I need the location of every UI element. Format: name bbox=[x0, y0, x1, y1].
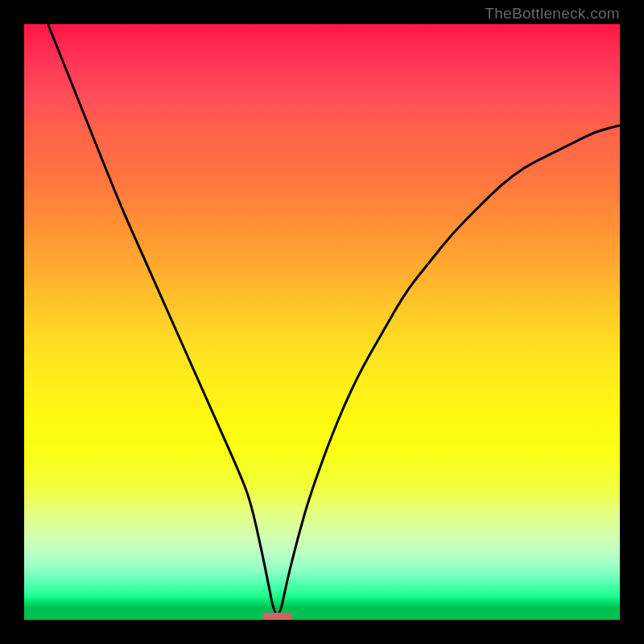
watermark-text: TheBottleneck.com bbox=[485, 5, 620, 23]
optimal-marker bbox=[262, 613, 292, 620]
chart-plot-area bbox=[24, 24, 620, 620]
bottleneck-curve-svg bbox=[24, 24, 620, 620]
bottleneck-curve-path bbox=[48, 24, 620, 614]
